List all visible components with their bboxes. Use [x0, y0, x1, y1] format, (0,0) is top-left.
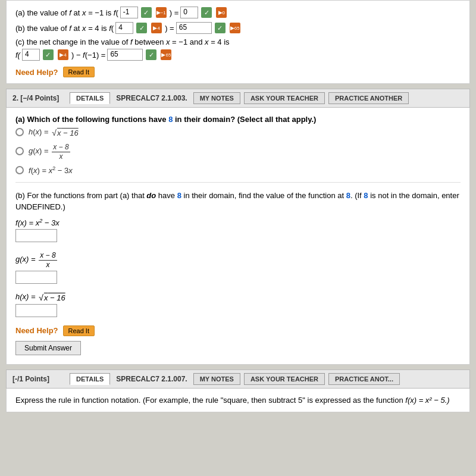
- practice-tab-3[interactable]: PRACTICE ANOT...: [328, 373, 400, 385]
- divider: [15, 182, 461, 183]
- hx-answer-group: h(x) = x − 16: [15, 292, 461, 317]
- details-tab[interactable]: DETAILS: [70, 92, 110, 104]
- gx-label: g(x) = x − 8 x: [29, 142, 71, 161]
- fx-answer-group: f(x) = x2 − 3x: [15, 218, 461, 242]
- need-help-label: Need Help?: [15, 68, 58, 77]
- line-a-icon1[interactable]: ▶−1: [156, 7, 167, 18]
- line-b-text: (b) the value of f at x = 4 is f(: [15, 24, 114, 33]
- problem3-body: Express the rule in function notation. (…: [6, 389, 470, 413]
- gx-answer-group: g(x) = x − 8 x: [15, 250, 461, 284]
- problem2-body: (a) Which of the following functions hav…: [6, 108, 470, 365]
- submit-answer-button[interactable]: Submit Answer: [15, 341, 81, 355]
- problem2-points: 2. [−/4 Points]: [12, 94, 66, 102]
- line-c-f: f(: [15, 51, 20, 60]
- line-a-eq: ) =: [170, 8, 179, 17]
- line-a-check1: ✓: [141, 7, 152, 18]
- line-b-icon2[interactable]: ▶65: [230, 23, 240, 33]
- option-hx[interactable]: h(x) = x − 16: [15, 127, 461, 137]
- fx-answer-input[interactable]: [15, 229, 57, 242]
- line-c: f( 4 ✓ ▶4 ) − f(−1) = 65 ✓ ▶65: [15, 49, 461, 61]
- read-it-button[interactable]: Read It: [63, 67, 95, 77]
- line-a-icon2[interactable]: ▶0: [216, 7, 227, 18]
- ask-teacher-tab[interactable]: ASK YOUR TEACHER: [244, 92, 325, 104]
- gx-answer-input[interactable]: [15, 271, 57, 284]
- problem3-text: Express the rule in function notation. (…: [15, 394, 461, 406]
- line-c-icon2[interactable]: ▶65: [161, 49, 171, 60]
- line-b-eq: ) =: [165, 24, 174, 33]
- need-help-label-2: Need Help?: [15, 326, 58, 335]
- line-a-text: (a) the value of f at x = −1 is f(: [15, 8, 118, 17]
- line-a-input3[interactable]: 0: [180, 7, 198, 18]
- need-help-row-2: Need Help? Read It: [15, 325, 461, 336]
- line-c-minus: ) − f(−1) =: [71, 51, 105, 60]
- radio-fx[interactable]: [15, 166, 24, 174]
- hx-label: h(x) = x − 16: [29, 127, 80, 137]
- line-b-input3[interactable]: 65: [176, 22, 212, 34]
- line-b-icon1[interactable]: ▶4: [151, 23, 162, 33]
- line-a: (a) the value of f at x = −1 is f( -1 ✓ …: [15, 7, 461, 18]
- gx-answer-label: g(x) = x − 8 x: [15, 250, 461, 269]
- part-a-label: (a) Which of the following functions hav…: [15, 115, 461, 124]
- ask-teacher-tab-3[interactable]: ASK YOUR TEACHER: [244, 373, 325, 385]
- radio-gx[interactable]: [15, 147, 24, 155]
- fx-label: f(x) = x2 − 3x: [29, 165, 73, 175]
- line-c-input1[interactable]: 4: [22, 49, 40, 61]
- problem3-math: f(x) = x² − 5.): [405, 396, 449, 405]
- line-c-input3[interactable]: 65: [107, 49, 143, 61]
- radio-hx[interactable]: [15, 128, 24, 136]
- part-b-text: (b) For the functions from part (a) that…: [15, 190, 461, 213]
- line-c-check2: ✓: [146, 49, 156, 60]
- option-fx[interactable]: f(x) = x2 − 3x: [15, 165, 461, 175]
- hx-answer-input[interactable]: [15, 304, 57, 317]
- line-b: (b) the value of f at x = 4 is f( 4 ✓ ▶4…: [15, 22, 461, 34]
- fx-answer-label: f(x) = x2 − 3x: [15, 218, 461, 227]
- read-it-button-2[interactable]: Read It: [63, 325, 95, 336]
- line-b-check2: ✓: [215, 23, 226, 33]
- problem3-header: [-/1 Points] DETAILS SPRECALC7 2.1.007. …: [6, 369, 470, 389]
- problem2-header: 2. [−/4 Points] DETAILS SPRECALC7 2.1.00…: [6, 89, 470, 108]
- my-notes-tab[interactable]: MY NOTES: [193, 92, 240, 104]
- hx-answer-label: h(x) = x − 16: [15, 292, 461, 302]
- line-a-check2: ✓: [201, 7, 212, 18]
- problem2-id: SPRECALC7 2.1.003.: [116, 94, 187, 102]
- problem3-id: SPRECALC7 2.1.007.: [116, 375, 187, 383]
- line-c-check1: ✓: [43, 49, 54, 60]
- my-notes-tab-3[interactable]: MY NOTES: [193, 373, 240, 385]
- practice-another-tab[interactable]: PRACTICE ANOTHER: [328, 92, 409, 104]
- need-help-row: Need Help? Read It: [15, 67, 461, 77]
- top-section: (a) the value of f at x = −1 is f( -1 ✓ …: [6, 0, 470, 84]
- line-b-input1[interactable]: 4: [115, 22, 133, 34]
- option-gx[interactable]: g(x) = x − 8 x: [15, 142, 461, 161]
- line-b-check1: ✓: [136, 23, 147, 33]
- line-a-input1[interactable]: -1: [120, 7, 138, 18]
- line-c-icon1[interactable]: ▶4: [58, 49, 68, 60]
- details-tab-3[interactable]: DETAILS: [70, 373, 110, 385]
- line-c-label: (c) the net change in the value of f bet…: [15, 37, 461, 46]
- problem3-points: [-/1 Points]: [12, 375, 66, 383]
- part-a-highlight: 8: [168, 115, 173, 124]
